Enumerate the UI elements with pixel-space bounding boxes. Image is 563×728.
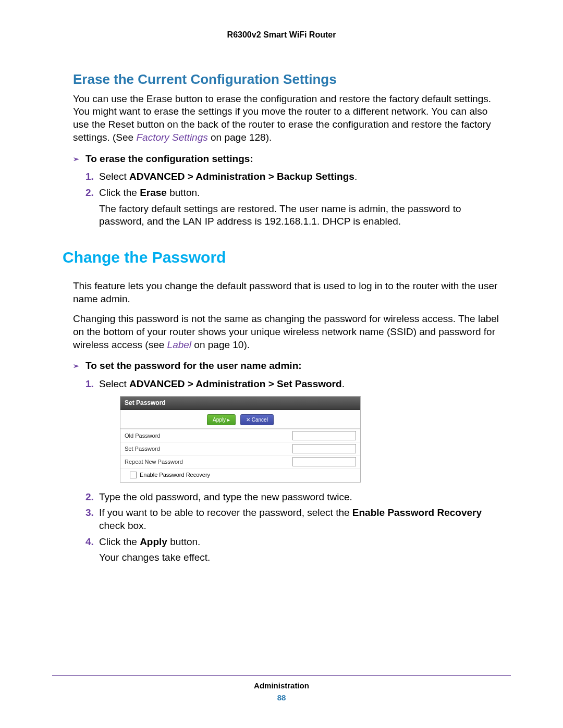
text: . — [354, 171, 357, 182]
input-old-password[interactable] — [292, 431, 356, 440]
row-set-password: Set Password — [120, 442, 360, 455]
heading-erase-settings: Erase the Current Configuration Settings — [73, 71, 500, 89]
step-number: 2. — [85, 491, 94, 504]
apply-label: Apply — [140, 536, 167, 547]
text: Type the old password, and type the new … — [99, 491, 352, 502]
task-label: To erase the configuration settings: — [85, 153, 253, 164]
page-content: Erase the Current Configuration Settings… — [52, 71, 511, 564]
heading-change-password: Change the Password — [63, 247, 500, 267]
text: Select — [99, 171, 129, 182]
step-number: 3. — [85, 507, 94, 520]
text: check box. — [99, 520, 146, 531]
step-item: 4. Click the Apply button. Your changes … — [85, 536, 500, 564]
erase-intro-paragraph: You can use the Erase button to erase th… — [73, 93, 500, 144]
input-repeat-password[interactable] — [292, 457, 356, 466]
text: Select — [99, 378, 129, 389]
text: . — [342, 378, 345, 389]
text: on page 10). — [191, 339, 250, 350]
arrow-icon: ➢ — [73, 154, 79, 164]
text: If you want to be able to recover the pa… — [99, 507, 352, 518]
step-item: 1. Select ADVANCED > Administration > Se… — [85, 378, 500, 483]
step-number: 4. — [85, 536, 94, 549]
task-label: To set the password for the user name ad… — [85, 360, 302, 371]
cancel-button[interactable]: ✕ Cancel — [240, 414, 274, 425]
text: on page 128). — [208, 132, 272, 143]
step-item: 1. Select ADVANCED > Administration > Ba… — [85, 170, 500, 183]
step-number: 1. — [85, 170, 94, 183]
erase-steps: 1. Select ADVANCED > Administration > Ba… — [85, 170, 500, 228]
step-item: 3. If you want to be able to recover the… — [85, 507, 500, 532]
text: button. — [167, 536, 200, 547]
erase-button-label: Erase — [140, 187, 167, 198]
document-page: R6300v2 Smart WiFi Router Erase the Curr… — [0, 0, 563, 728]
task-erase-title: ➢ To erase the configuration settings: — [73, 153, 500, 166]
label-old-password: Old Password — [125, 432, 292, 439]
set-password-panel: Set Password Apply ▸ ✕ Cancel Old Passwo… — [120, 396, 361, 483]
text: Click the — [99, 187, 140, 198]
link-factory-settings[interactable]: Factory Settings — [136, 132, 207, 143]
label-set-password: Set Password — [125, 445, 292, 452]
row-enable-recovery: Enable Password Recovery — [120, 468, 360, 482]
text: button. — [167, 187, 200, 198]
change-pw-intro: This feature lets you change the default… — [73, 280, 500, 305]
panel-title: Set Password — [120, 397, 360, 411]
link-label[interactable]: Label — [167, 339, 192, 350]
label-enable-recovery: Enable Password Recovery — [140, 471, 210, 478]
footer-page-number: 88 — [52, 693, 511, 702]
step-number: 2. — [85, 187, 94, 200]
step-result: Your changes take effect. — [99, 551, 500, 564]
row-old-password: Old Password — [120, 429, 360, 442]
footer-section: Administration — [52, 681, 511, 690]
path-set-password: ADVANCED > Administration > Set Password — [129, 378, 342, 389]
row-repeat-password: Repeat New Password — [120, 455, 360, 468]
enable-recovery-label: Enable Password Recovery — [352, 507, 482, 518]
arrow-icon: ➢ — [73, 361, 79, 371]
step-item: 2. Click the Erase button. The factory d… — [85, 187, 500, 228]
text: Click the — [99, 536, 140, 547]
footer-rule — [52, 675, 511, 676]
task-set-password-title: ➢ To set the password for the user name … — [73, 360, 500, 373]
panel-button-bar: Apply ▸ ✕ Cancel — [120, 410, 360, 429]
change-pw-note: Changing this password is not the same a… — [73, 313, 500, 351]
apply-button[interactable]: Apply ▸ — [207, 414, 236, 425]
checkbox-enable-recovery[interactable] — [130, 472, 137, 478]
doc-header: R6300v2 Smart WiFi Router — [52, 30, 511, 40]
page-footer: Administration 88 — [52, 675, 511, 702]
step-item: 2. Type the old password, and type the n… — [85, 491, 500, 504]
input-set-password[interactable] — [292, 444, 356, 453]
step-number: 1. — [85, 378, 94, 391]
set-password-steps: 1. Select ADVANCED > Administration > Se… — [85, 378, 500, 564]
step-result: The factory default settings are restore… — [99, 203, 500, 228]
label-repeat-password: Repeat New Password — [125, 458, 292, 465]
text: Changing this password is not the same a… — [73, 313, 499, 350]
path-backup-settings: ADVANCED > Administration > Backup Setti… — [129, 171, 354, 182]
